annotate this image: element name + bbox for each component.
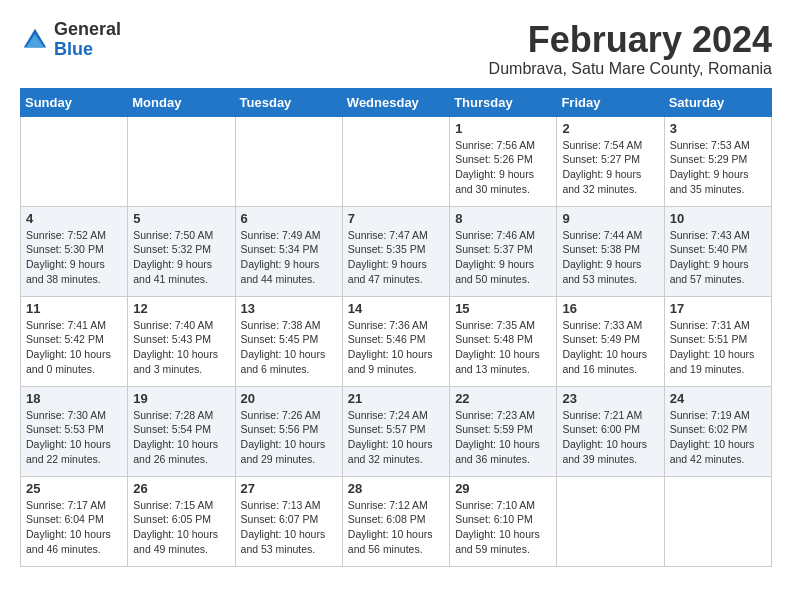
logo-icon <box>20 25 50 55</box>
calendar-cell: 27Sunrise: 7:13 AM Sunset: 6:07 PM Dayli… <box>235 476 342 566</box>
calendar-cell: 13Sunrise: 7:38 AM Sunset: 5:45 PM Dayli… <box>235 296 342 386</box>
calendar-cell: 21Sunrise: 7:24 AM Sunset: 5:57 PM Dayli… <box>342 386 449 476</box>
day-info: Sunrise: 7:19 AM Sunset: 6:02 PM Dayligh… <box>670 408 766 467</box>
day-info: Sunrise: 7:24 AM Sunset: 5:57 PM Dayligh… <box>348 408 444 467</box>
day-info: Sunrise: 7:30 AM Sunset: 5:53 PM Dayligh… <box>26 408 122 467</box>
logo-text: General Blue <box>54 20 121 60</box>
day-info: Sunrise: 7:43 AM Sunset: 5:40 PM Dayligh… <box>670 228 766 287</box>
day-number: 29 <box>455 481 551 496</box>
day-number: 14 <box>348 301 444 316</box>
calendar-cell: 12Sunrise: 7:40 AM Sunset: 5:43 PM Dayli… <box>128 296 235 386</box>
calendar-cell <box>557 476 664 566</box>
page-header: General Blue February 2024 Dumbrava, Sat… <box>20 20 772 78</box>
day-info: Sunrise: 7:49 AM Sunset: 5:34 PM Dayligh… <box>241 228 337 287</box>
calendar-cell: 22Sunrise: 7:23 AM Sunset: 5:59 PM Dayli… <box>450 386 557 476</box>
calendar-cell: 20Sunrise: 7:26 AM Sunset: 5:56 PM Dayli… <box>235 386 342 476</box>
day-info: Sunrise: 7:17 AM Sunset: 6:04 PM Dayligh… <box>26 498 122 557</box>
day-info: Sunrise: 7:54 AM Sunset: 5:27 PM Dayligh… <box>562 138 658 197</box>
day-info: Sunrise: 7:50 AM Sunset: 5:32 PM Dayligh… <box>133 228 229 287</box>
day-number: 11 <box>26 301 122 316</box>
calendar-table: SundayMondayTuesdayWednesdayThursdayFrid… <box>20 88 772 567</box>
weekday-header-tuesday: Tuesday <box>235 88 342 116</box>
title-block: February 2024 Dumbrava, Satu Mare County… <box>489 20 772 78</box>
day-info: Sunrise: 7:33 AM Sunset: 5:49 PM Dayligh… <box>562 318 658 377</box>
calendar-cell: 29Sunrise: 7:10 AM Sunset: 6:10 PM Dayli… <box>450 476 557 566</box>
day-number: 3 <box>670 121 766 136</box>
day-number: 19 <box>133 391 229 406</box>
week-row-1: 1Sunrise: 7:56 AM Sunset: 5:26 PM Daylig… <box>21 116 772 206</box>
calendar-cell: 4Sunrise: 7:52 AM Sunset: 5:30 PM Daylig… <box>21 206 128 296</box>
day-info: Sunrise: 7:40 AM Sunset: 5:43 PM Dayligh… <box>133 318 229 377</box>
calendar-cell: 23Sunrise: 7:21 AM Sunset: 6:00 PM Dayli… <box>557 386 664 476</box>
day-number: 24 <box>670 391 766 406</box>
calendar-cell: 17Sunrise: 7:31 AM Sunset: 5:51 PM Dayli… <box>664 296 771 386</box>
calendar-cell: 28Sunrise: 7:12 AM Sunset: 6:08 PM Dayli… <box>342 476 449 566</box>
day-number: 25 <box>26 481 122 496</box>
day-info: Sunrise: 7:47 AM Sunset: 5:35 PM Dayligh… <box>348 228 444 287</box>
weekday-header-friday: Friday <box>557 88 664 116</box>
day-number: 12 <box>133 301 229 316</box>
day-info: Sunrise: 7:41 AM Sunset: 5:42 PM Dayligh… <box>26 318 122 377</box>
day-number: 9 <box>562 211 658 226</box>
day-number: 4 <box>26 211 122 226</box>
logo-general: General <box>54 20 121 40</box>
logo: General Blue <box>20 20 121 60</box>
calendar-cell: 24Sunrise: 7:19 AM Sunset: 6:02 PM Dayli… <box>664 386 771 476</box>
calendar-cell: 15Sunrise: 7:35 AM Sunset: 5:48 PM Dayli… <box>450 296 557 386</box>
day-info: Sunrise: 7:36 AM Sunset: 5:46 PM Dayligh… <box>348 318 444 377</box>
calendar-cell: 7Sunrise: 7:47 AM Sunset: 5:35 PM Daylig… <box>342 206 449 296</box>
location-title: Dumbrava, Satu Mare County, Romania <box>489 60 772 78</box>
calendar-cell <box>21 116 128 206</box>
calendar-cell: 16Sunrise: 7:33 AM Sunset: 5:49 PM Dayli… <box>557 296 664 386</box>
day-number: 1 <box>455 121 551 136</box>
day-number: 23 <box>562 391 658 406</box>
day-info: Sunrise: 7:23 AM Sunset: 5:59 PM Dayligh… <box>455 408 551 467</box>
day-info: Sunrise: 7:35 AM Sunset: 5:48 PM Dayligh… <box>455 318 551 377</box>
day-number: 27 <box>241 481 337 496</box>
calendar-cell: 8Sunrise: 7:46 AM Sunset: 5:37 PM Daylig… <box>450 206 557 296</box>
calendar-cell <box>664 476 771 566</box>
calendar-cell: 1Sunrise: 7:56 AM Sunset: 5:26 PM Daylig… <box>450 116 557 206</box>
calendar-cell: 6Sunrise: 7:49 AM Sunset: 5:34 PM Daylig… <box>235 206 342 296</box>
calendar-cell: 25Sunrise: 7:17 AM Sunset: 6:04 PM Dayli… <box>21 476 128 566</box>
logo-blue: Blue <box>54 40 121 60</box>
calendar-cell: 9Sunrise: 7:44 AM Sunset: 5:38 PM Daylig… <box>557 206 664 296</box>
day-info: Sunrise: 7:38 AM Sunset: 5:45 PM Dayligh… <box>241 318 337 377</box>
day-number: 28 <box>348 481 444 496</box>
weekday-header-sunday: Sunday <box>21 88 128 116</box>
day-info: Sunrise: 7:44 AM Sunset: 5:38 PM Dayligh… <box>562 228 658 287</box>
day-number: 2 <box>562 121 658 136</box>
day-info: Sunrise: 7:31 AM Sunset: 5:51 PM Dayligh… <box>670 318 766 377</box>
calendar-cell: 18Sunrise: 7:30 AM Sunset: 5:53 PM Dayli… <box>21 386 128 476</box>
calendar-cell: 3Sunrise: 7:53 AM Sunset: 5:29 PM Daylig… <box>664 116 771 206</box>
day-number: 5 <box>133 211 229 226</box>
day-info: Sunrise: 7:28 AM Sunset: 5:54 PM Dayligh… <box>133 408 229 467</box>
day-info: Sunrise: 7:52 AM Sunset: 5:30 PM Dayligh… <box>26 228 122 287</box>
week-row-2: 4Sunrise: 7:52 AM Sunset: 5:30 PM Daylig… <box>21 206 772 296</box>
week-row-5: 25Sunrise: 7:17 AM Sunset: 6:04 PM Dayli… <box>21 476 772 566</box>
day-number: 20 <box>241 391 337 406</box>
day-number: 26 <box>133 481 229 496</box>
calendar-cell: 10Sunrise: 7:43 AM Sunset: 5:40 PM Dayli… <box>664 206 771 296</box>
day-info: Sunrise: 7:13 AM Sunset: 6:07 PM Dayligh… <box>241 498 337 557</box>
calendar-cell: 11Sunrise: 7:41 AM Sunset: 5:42 PM Dayli… <box>21 296 128 386</box>
calendar-cell: 5Sunrise: 7:50 AM Sunset: 5:32 PM Daylig… <box>128 206 235 296</box>
day-number: 13 <box>241 301 337 316</box>
day-number: 22 <box>455 391 551 406</box>
calendar-cell: 19Sunrise: 7:28 AM Sunset: 5:54 PM Dayli… <box>128 386 235 476</box>
day-info: Sunrise: 7:53 AM Sunset: 5:29 PM Dayligh… <box>670 138 766 197</box>
day-number: 8 <box>455 211 551 226</box>
day-info: Sunrise: 7:26 AM Sunset: 5:56 PM Dayligh… <box>241 408 337 467</box>
day-info: Sunrise: 7:12 AM Sunset: 6:08 PM Dayligh… <box>348 498 444 557</box>
week-row-3: 11Sunrise: 7:41 AM Sunset: 5:42 PM Dayli… <box>21 296 772 386</box>
day-number: 18 <box>26 391 122 406</box>
day-info: Sunrise: 7:46 AM Sunset: 5:37 PM Dayligh… <box>455 228 551 287</box>
day-info: Sunrise: 7:15 AM Sunset: 6:05 PM Dayligh… <box>133 498 229 557</box>
weekday-header-wednesday: Wednesday <box>342 88 449 116</box>
day-number: 16 <box>562 301 658 316</box>
day-info: Sunrise: 7:10 AM Sunset: 6:10 PM Dayligh… <box>455 498 551 557</box>
calendar-cell <box>342 116 449 206</box>
day-number: 7 <box>348 211 444 226</box>
weekday-header-thursday: Thursday <box>450 88 557 116</box>
calendar-cell: 2Sunrise: 7:54 AM Sunset: 5:27 PM Daylig… <box>557 116 664 206</box>
